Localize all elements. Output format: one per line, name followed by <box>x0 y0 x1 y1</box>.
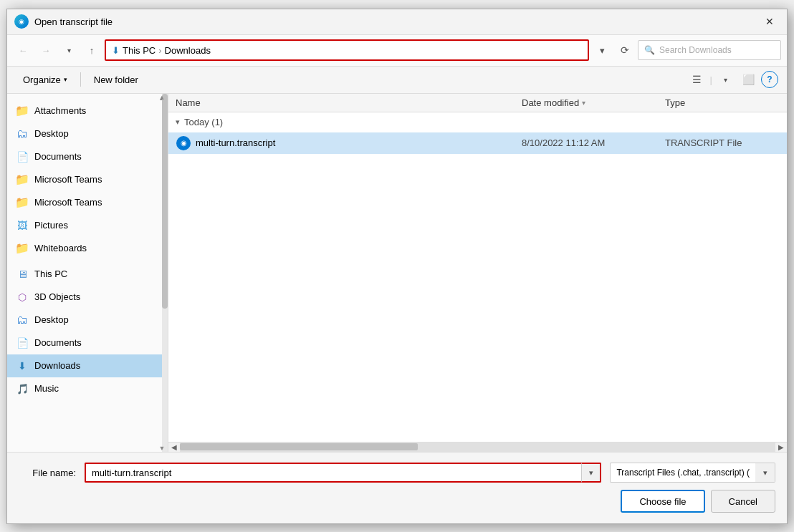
filename-row: File name: ▾ Transcript Files (.chat, .t… <box>19 463 775 483</box>
pics-icon: 🖼 <box>16 219 29 232</box>
organize-button[interactable]: Organize ▾ <box>16 69 75 90</box>
folder-blue-icon: 🗂 <box>16 314 29 327</box>
help-button[interactable]: ? <box>761 71 778 88</box>
file-area: Name Date modified ▾ Type ▾ Today (1) <box>168 94 787 452</box>
sidebar-item-pictures[interactable]: 🖼 Pictures <box>7 214 168 237</box>
back-button[interactable]: ← <box>13 40 33 60</box>
sidebar-label: Downloads <box>34 360 80 371</box>
filetype-wrap: Transcript Files (.chat, .transcript) ( … <box>610 463 775 483</box>
folder-yellow-icon: 📁 <box>16 173 29 186</box>
file-type: TRANSCRIPT File <box>665 137 780 148</box>
up-button[interactable]: ↑ <box>82 40 102 60</box>
address-path[interactable]: ⬇ This PC › Downloads <box>105 39 589 61</box>
view-details-button[interactable]: ☰ <box>687 69 707 90</box>
main-content: ▲ 📁 Attachments 🗂 Desktop 📄 Documents 📁 … <box>7 94 787 452</box>
docs-icon: 📄 <box>16 337 29 349</box>
col-header-name[interactable]: Name <box>176 97 522 108</box>
sidebar-label: Desktop <box>34 128 69 139</box>
filename-dropdown-button[interactable]: ▾ <box>581 463 601 483</box>
col-type-label: Type <box>665 97 685 108</box>
sidebar-item-documents-1[interactable]: 📄 Documents <box>7 145 168 168</box>
sidebar-item-downloads[interactable]: ⬇ Downloads <box>7 354 168 377</box>
path-separator: › <box>158 45 161 56</box>
choose-file-button[interactable]: Choose file <box>621 490 704 513</box>
sidebar-label: This PC <box>34 269 67 279</box>
sidebar-item-whiteboards[interactable]: 📁 Whiteboards <box>7 237 168 260</box>
folder-yellow-icon: 📁 <box>16 105 29 117</box>
title-bar: ◉ Open transcript file ✕ <box>7 9 787 35</box>
refresh-button[interactable]: ⟳ <box>615 40 635 60</box>
hscroll-thumb <box>180 443 418 450</box>
filename-input[interactable] <box>85 463 581 483</box>
app-title-icon: ◉ <box>14 14 29 29</box>
address-dropdown-button[interactable]: ▾ <box>592 40 612 60</box>
sidebar-item-msteams-1[interactable]: 📁 Microsoft Teams <box>7 168 168 191</box>
recent-locations-button[interactable]: ▾ <box>59 40 79 60</box>
view-separator: | <box>710 74 712 85</box>
file-row-transcript[interactable]: ◉ multi-turn.transcript 8/10/2022 11:12 … <box>168 132 787 154</box>
new-folder-label: New folder <box>94 74 138 85</box>
toolbar: Organize ▾ New folder ☰ | ▾ ⬜ ? <box>7 67 787 94</box>
file-name: multi-turn.transcript <box>196 137 522 148</box>
path-part1: This PC <box>123 45 156 56</box>
sidebar-item-documents-2[interactable]: 📄 Documents <box>7 332 168 354</box>
pc-icon: 🖥 <box>16 268 29 281</box>
app-icon: ◉ <box>14 14 29 29</box>
column-headers: Name Date modified ▾ Type <box>168 94 787 112</box>
folder-yellow-icon: 📁 <box>16 242 29 255</box>
music-icon: 🎵 <box>16 382 29 395</box>
transcript-file-icon: ◉ <box>176 135 191 151</box>
group-label: Today (1) <box>184 117 223 127</box>
toolbar-separator <box>80 72 81 87</box>
path-part2: Downloads <box>165 45 211 56</box>
sidebar-item-attachments[interactable]: 📁 Attachments <box>7 100 168 122</box>
sidebar-item-msteams-2[interactable]: 📁 Microsoft Teams <box>7 191 168 214</box>
search-icon: 🔍 <box>644 45 655 55</box>
buttons-row: Choose file Cancel <box>19 490 775 513</box>
col-sort-arrow: ▾ <box>582 99 585 107</box>
search-box[interactable]: 🔍 Search Downloads <box>638 40 781 60</box>
sidebar-item-music[interactable]: 🎵 Music <box>7 377 168 400</box>
sidebar-label: Microsoft Teams <box>34 197 102 208</box>
layout-button[interactable]: ⬜ <box>738 69 758 90</box>
sidebar-label: Desktop <box>34 314 69 325</box>
close-button[interactable]: ✕ <box>760 11 780 32</box>
sidebar-label: Microsoft Teams <box>34 174 102 185</box>
file-list: ▾ Today (1) ◉ multi-turn.transcript 8/10… <box>168 112 787 442</box>
filetype-dropdown-button[interactable]: ▾ <box>755 463 775 483</box>
view-dropdown-button[interactable]: ▾ <box>715 69 735 90</box>
filename-input-wrap: ▾ <box>85 463 601 483</box>
folder-blue-icon: 🗂 <box>16 127 29 140</box>
filename-label: File name: <box>19 468 76 478</box>
address-bar: ← → ▾ ↑ ⬇ This PC › Downloads ▾ ⟳ 🔍 Sear… <box>7 35 787 67</box>
group-header-today: ▾ Today (1) <box>168 112 787 132</box>
sidebar-item-desktop-1[interactable]: 🗂 Desktop <box>7 122 168 145</box>
forward-button[interactable]: → <box>36 40 56 60</box>
filetype-display: Transcript Files (.chat, .transcript) ( <box>610 463 755 483</box>
sidebar-item-3dobjects[interactable]: ⬡ 3D Objects <box>7 286 168 309</box>
scroll-up-button[interactable]: ▲ <box>156 94 168 102</box>
sidebar-item-thispc[interactable]: 🖥 This PC <box>7 263 168 286</box>
3d-icon: ⬡ <box>16 291 29 304</box>
cancel-button[interactable]: Cancel <box>711 490 775 513</box>
new-folder-button[interactable]: New folder <box>87 69 145 90</box>
group-toggle[interactable]: ▾ <box>176 117 180 127</box>
col-date-label: Date modified <box>522 97 579 108</box>
sidebar-label: Documents <box>34 337 82 348</box>
bottom-bar: File name: ▾ Transcript Files (.chat, .t… <box>7 452 787 523</box>
sidebar-label: Pictures <box>34 220 68 231</box>
sidebar-label: 3D Objects <box>34 291 80 302</box>
col-header-date[interactable]: Date modified ▾ <box>522 97 665 108</box>
open-file-dialog: ◉ Open transcript file ✕ ← → ▾ ↑ ⬇ This … <box>6 9 788 524</box>
docs-icon: 📄 <box>16 150 29 163</box>
col-header-type[interactable]: Type <box>665 97 780 108</box>
organize-chevron: ▾ <box>64 76 67 83</box>
organize-label: Organize <box>23 74 61 85</box>
path-download-icon: ⬇ <box>112 45 120 56</box>
hscroll-left-button[interactable]: ◀ <box>168 442 180 452</box>
downloads-icon: ⬇ <box>16 359 29 372</box>
hscroll-track[interactable] <box>180 442 775 452</box>
hscroll-right-button[interactable]: ▶ <box>775 442 787 452</box>
sidebar-item-desktop-2[interactable]: 🗂 Desktop <box>7 309 168 332</box>
search-placeholder: Search Downloads <box>659 45 732 55</box>
